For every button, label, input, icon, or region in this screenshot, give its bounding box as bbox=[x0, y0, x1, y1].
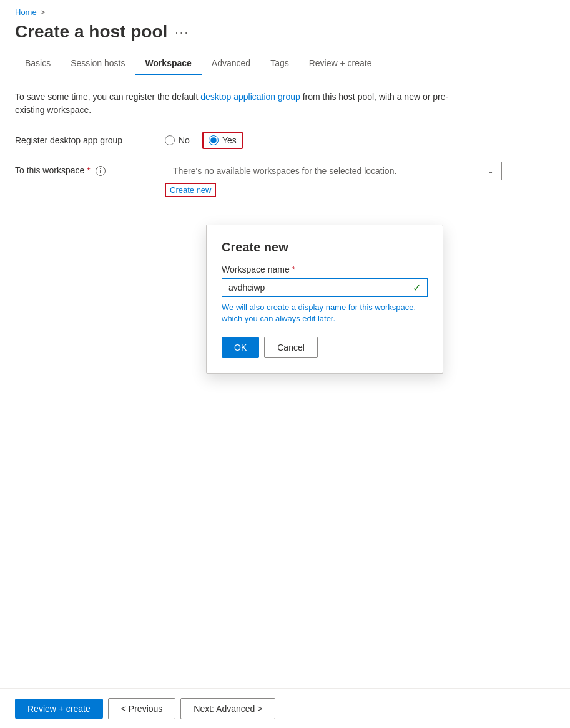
tab-basics[interactable]: Basics bbox=[15, 52, 61, 75]
create-new-link[interactable]: Create new bbox=[165, 183, 216, 197]
modal-title: Create new bbox=[222, 240, 428, 255]
modal-helper-text: We will also create a display name for t… bbox=[222, 302, 428, 324]
breadcrumb-separator: > bbox=[41, 7, 46, 17]
radio-option-yes[interactable]: Yes bbox=[202, 132, 243, 149]
create-new-modal: Create new Workspace name * ✓ We will al… bbox=[206, 225, 443, 374]
desktop-app-group-link[interactable]: desktop application group bbox=[200, 92, 300, 102]
workspace-dropdown-text: There's no available workspaces for the … bbox=[173, 166, 396, 176]
to-this-workspace-label: To this workspace * i bbox=[15, 162, 140, 176]
workspace-description: To save some time, you can register the … bbox=[15, 90, 452, 117]
modal-workspace-name-label: Workspace name * bbox=[222, 265, 428, 274]
breadcrumb-home[interactable]: Home bbox=[15, 7, 37, 17]
radio-yes-label[interactable]: Yes bbox=[222, 135, 237, 145]
to-this-workspace-row: To this workspace * i There's no availab… bbox=[15, 162, 555, 197]
previous-button[interactable]: < Previous bbox=[108, 698, 176, 719]
tab-navigation: Basics Session hosts Workspace Advanced … bbox=[0, 52, 570, 75]
ok-button[interactable]: OK bbox=[222, 337, 259, 358]
chevron-down-icon: ⌄ bbox=[488, 167, 494, 175]
page-title: Create a host pool bbox=[15, 22, 167, 42]
next-button[interactable]: Next: Advanced > bbox=[180, 698, 275, 719]
info-icon[interactable]: i bbox=[96, 166, 106, 176]
modal-input-wrapper: ✓ bbox=[222, 278, 428, 297]
radio-yes-input[interactable] bbox=[209, 135, 219, 145]
workspace-dropdown[interactable]: There's no available workspaces for the … bbox=[165, 162, 502, 180]
tab-review-create[interactable]: Review + create bbox=[299, 52, 382, 75]
tab-workspace[interactable]: Workspace bbox=[135, 52, 201, 75]
tab-advanced[interactable]: Advanced bbox=[202, 52, 260, 75]
breadcrumb: Home > bbox=[0, 0, 570, 17]
modal-required-marker: * bbox=[292, 265, 295, 274]
checkmark-icon: ✓ bbox=[406, 282, 427, 294]
review-create-button[interactable]: Review + create bbox=[15, 699, 103, 719]
page-title-section: Create a host pool ··· bbox=[0, 17, 570, 52]
radio-no-label[interactable]: No bbox=[179, 135, 190, 145]
radio-option-no[interactable]: No bbox=[165, 135, 190, 145]
radio-no-input[interactable] bbox=[165, 135, 175, 145]
required-marker: * bbox=[87, 165, 90, 175]
tab-tags[interactable]: Tags bbox=[260, 52, 299, 75]
tab-session-hosts[interactable]: Session hosts bbox=[61, 52, 135, 75]
register-app-group-row: Register desktop app group No Yes bbox=[15, 132, 555, 149]
modal-buttons: OK Cancel bbox=[222, 337, 428, 358]
workspace-name-input[interactable] bbox=[222, 279, 406, 296]
cancel-button[interactable]: Cancel bbox=[264, 337, 318, 358]
main-content: To save some time, you can register the … bbox=[0, 75, 570, 225]
page-title-ellipsis: ··· bbox=[175, 25, 189, 39]
register-label: Register desktop app group bbox=[15, 132, 140, 145]
workspace-dropdown-wrapper: There's no available workspaces for the … bbox=[165, 162, 502, 197]
bottom-bar: Review + create < Previous Next: Advance… bbox=[0, 688, 570, 728]
register-radio-group: No Yes bbox=[165, 132, 243, 149]
